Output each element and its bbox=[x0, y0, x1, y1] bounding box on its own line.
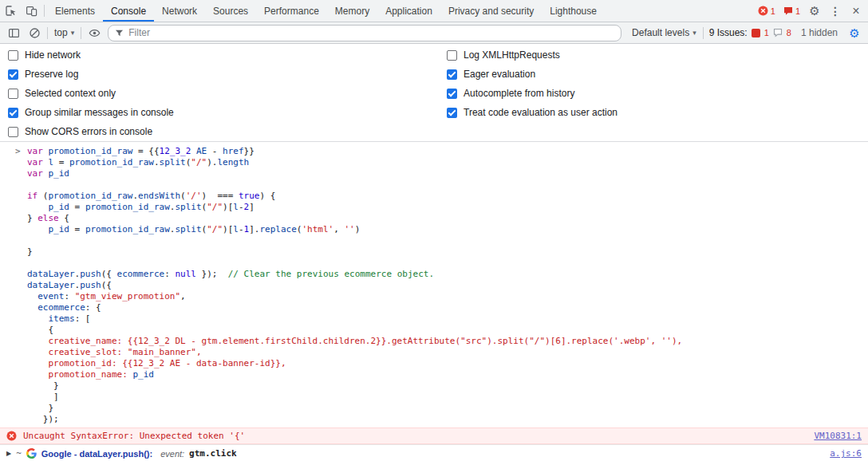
code-token: promotion_id_raw bbox=[69, 157, 154, 167]
tab-application[interactable]: Application bbox=[377, 0, 440, 22]
setting-hide-network[interactable]: Hide network bbox=[8, 45, 447, 65]
code-token: split bbox=[160, 157, 186, 167]
checkbox-checked-icon[interactable] bbox=[447, 69, 457, 80]
code-line bbox=[27, 235, 682, 246]
console-sidebar-toggle-button[interactable] bbox=[3, 23, 24, 42]
code-token: - bbox=[207, 146, 223, 156]
inspect-button[interactable] bbox=[0, 0, 21, 22]
code-token: promotion_id: {{12_3_2 AE - data-banner-… bbox=[27, 358, 286, 368]
checkbox-checked-icon[interactable] bbox=[8, 108, 18, 118]
error-source-link[interactable]: VM10831:1 bbox=[814, 431, 862, 441]
code-token: null bbox=[175, 269, 196, 279]
code-line: ] bbox=[27, 392, 682, 403]
setting-show-cors-errors-in-console[interactable]: Show CORS errors in console bbox=[8, 122, 447, 141]
tab-elements[interactable]: Elements bbox=[47, 0, 103, 22]
issue-error-icon bbox=[752, 29, 760, 37]
checkbox-checked-icon[interactable] bbox=[447, 89, 457, 99]
console-log-row: ▶ ~ Google - dataLayer.push(): event: gt… bbox=[0, 444, 868, 461]
code-token: if bbox=[27, 191, 37, 201]
clear-console-button[interactable] bbox=[24, 23, 45, 42]
log-levels-dropdown[interactable]: Default levels ▾ bbox=[628, 27, 700, 38]
chevron-down-icon: ▾ bbox=[71, 29, 75, 37]
console-settings-panel: Hide networkPreserve logSelected context… bbox=[0, 44, 868, 142]
code-token: endsWith bbox=[138, 191, 180, 201]
issues-counter[interactable]: 9 Issues: 1 8 bbox=[706, 27, 795, 38]
tab-strip: ElementsConsoleNetworkSourcesPerformance… bbox=[47, 0, 605, 22]
prompt-chevron-icon: > bbox=[15, 146, 27, 425]
code-token: var bbox=[27, 146, 49, 156]
checkbox-unchecked-icon[interactable] bbox=[8, 50, 18, 61]
live-expression-button[interactable] bbox=[84, 23, 105, 42]
console-code: var promotion_id_raw = {{12_3_2 AE - hre… bbox=[27, 146, 682, 425]
clear-console-icon bbox=[29, 27, 41, 39]
code-line: if (promotion_id_raw.endsWith('/') === t… bbox=[27, 191, 682, 202]
settings-col-left: Hide networkPreserve logSelected context… bbox=[0, 45, 447, 141]
setting-selected-context-only[interactable]: Selected context only bbox=[8, 84, 447, 103]
checkbox-unchecked-icon[interactable] bbox=[447, 50, 457, 61]
log-source-link[interactable]: a.js:6 bbox=[830, 448, 862, 459]
code-token: push bbox=[80, 269, 101, 279]
issues-label: 9 Issues: bbox=[709, 27, 748, 38]
code-token: length bbox=[217, 157, 249, 167]
code-line: creative_name: {{12_3_2 DL - gtm.element… bbox=[27, 336, 682, 347]
code-token: p_id bbox=[49, 168, 70, 179]
filter-input[interactable] bbox=[128, 27, 614, 38]
filter-box[interactable] bbox=[108, 25, 621, 41]
code-token: creative_name: {{12_3_2 DL - gtm.element… bbox=[27, 336, 682, 346]
expand-arrow-icon[interactable]: ▶ bbox=[6, 450, 11, 457]
gear-icon: ⚙ bbox=[809, 5, 819, 17]
console-error-badge[interactable]: 1 bbox=[754, 6, 779, 16]
code-token: dataLayer bbox=[27, 269, 75, 279]
chevron-down-icon: ▾ bbox=[692, 29, 696, 37]
code-line: dataLayer.push({ bbox=[27, 280, 682, 291]
code-token: "/" bbox=[191, 157, 207, 167]
tab-lighthouse[interactable]: Lighthouse bbox=[542, 0, 605, 22]
issue-error-count: 1 bbox=[764, 28, 769, 37]
console-settings-button[interactable]: ⚙ bbox=[844, 23, 865, 42]
code-token: )[ bbox=[223, 202, 233, 212]
google-logo-icon bbox=[26, 448, 37, 459]
code-line: } bbox=[27, 403, 682, 414]
tab-performance[interactable]: Performance bbox=[256, 0, 327, 22]
setting-preserve-log[interactable]: Preserve log bbox=[8, 65, 447, 84]
code-line: var p_id bbox=[27, 168, 682, 179]
setting-group-similar-messages-in-console[interactable]: Group similar messages in console bbox=[8, 103, 447, 122]
code-token: "/" bbox=[207, 224, 223, 234]
divider bbox=[44, 5, 45, 17]
code-token: l bbox=[233, 202, 239, 212]
code-token: ). bbox=[207, 157, 217, 167]
checkbox-checked-icon[interactable] bbox=[8, 69, 18, 80]
checkbox-unchecked-icon[interactable] bbox=[8, 127, 18, 137]
tab-privacy-and-security[interactable]: Privacy and security bbox=[440, 0, 542, 22]
setting-log-xmlhttprequests[interactable]: Log XMLHttpRequests bbox=[447, 45, 868, 65]
checkbox-checked-icon[interactable] bbox=[447, 108, 457, 118]
code-token: , bbox=[180, 291, 186, 301]
setting-eager-evaluation[interactable]: Eager evaluation bbox=[447, 65, 868, 84]
code-line bbox=[27, 258, 682, 269]
tab-console[interactable]: Console bbox=[103, 0, 154, 22]
issues-badge[interactable]: 1 bbox=[779, 6, 804, 16]
kebab-menu-button[interactable]: ⋮ bbox=[825, 6, 846, 17]
context-selector[interactable]: top ▾ bbox=[50, 27, 78, 38]
console-settings-gear-icon: ⚙ bbox=[849, 27, 859, 39]
settings-button[interactable]: ⚙ bbox=[804, 5, 825, 17]
tab-network[interactable]: Network bbox=[154, 0, 205, 22]
error-message-text: Uncaught SyntaxError: Unexpected token '… bbox=[23, 431, 807, 441]
kebab-menu-icon: ⋮ bbox=[830, 6, 841, 17]
tab-sources[interactable]: Sources bbox=[205, 0, 256, 22]
checkbox-unchecked-icon[interactable] bbox=[8, 89, 18, 99]
setting-treat-code-evaluation-as-user-action[interactable]: Treat code evaluation as user action bbox=[447, 103, 868, 122]
setting-autocomplete-from-history[interactable]: Autocomplete from history bbox=[447, 84, 868, 103]
tab-memory[interactable]: Memory bbox=[327, 0, 377, 22]
eye-icon bbox=[89, 27, 101, 39]
code-line: items: [ bbox=[27, 313, 682, 325]
context-label: top bbox=[54, 27, 68, 38]
code-token: = bbox=[69, 202, 85, 212]
code-line: dataLayer.push({ ecommerce: null }); // … bbox=[27, 269, 682, 280]
code-token: ) bbox=[355, 224, 361, 234]
close-devtools-button[interactable]: × bbox=[846, 5, 866, 18]
setting-label: Show CORS errors in console bbox=[25, 126, 152, 137]
code-line: ecommerce: { bbox=[27, 302, 682, 313]
device-toolbar-button[interactable] bbox=[21, 0, 41, 22]
code-token: : bbox=[64, 291, 74, 301]
